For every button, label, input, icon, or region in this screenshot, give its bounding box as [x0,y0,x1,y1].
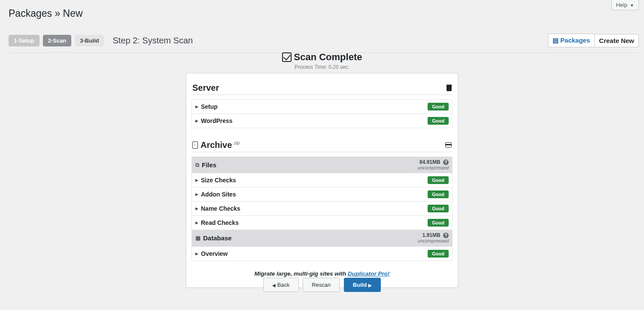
status-badge: Good [428,219,449,227]
row-setup-label: Setup [201,103,218,110]
back-button[interactable]: ◀ Back [263,278,299,292]
build-label: Build [353,282,367,288]
server-list: ▶ Setup Good ▶ WordPress Good [191,99,453,128]
promo-link[interactable]: Duplicator Pro! [348,270,390,277]
row-setup[interactable]: ▶ Setup Good [192,100,452,114]
database-meta: 1.91MB ? uncompressed [418,233,449,243]
triangle-left-icon: ◀ [272,283,276,288]
action-row: ◀ Back Rescan Build ▶ [0,278,644,292]
status-badge: Good [428,205,449,212]
packages-icon: ▤ [553,37,559,44]
database-note: uncompressed [418,238,449,243]
step-3-build[interactable]: 3-Build [75,35,104,46]
row-overview[interactable]: ▶ Overview Good [192,247,452,261]
server-icon [447,84,452,92]
copy-icon: ⧉ [195,162,199,169]
caret-right-icon: ▶ [195,221,198,225]
page-title: Packages » New [9,8,83,19]
caret-right-icon: ▶ [195,192,198,196]
row-size-checks[interactable]: ▶ Size Checks Good [192,173,452,187]
packages-label: Packages [560,37,590,44]
packages-link[interactable]: ▤Packages [548,34,594,47]
status-badge: Good [428,190,449,198]
row-wordpress-label: WordPress [201,117,233,124]
server-heading: Server [192,83,219,93]
back-label: Back [277,282,290,288]
caret-right-icon: ▶ [195,119,198,123]
files-heading: Files [202,161,216,169]
archive-file-icon [192,141,198,149]
archive-list: ⧉ Files 84.91MB ? uncompressed ▶ Size Ch… [191,157,453,261]
row-name-checks-label: Name Checks [201,205,240,212]
caret-right-icon: ▶ [195,206,198,211]
server-section-head: Server [191,80,453,95]
row-addon-sites[interactable]: ▶ Addon Sites Good [192,187,452,202]
triangle-right-icon: ▶ [368,283,372,288]
card-icon [445,142,452,149]
rescan-button[interactable]: Rescan [303,278,340,292]
database-heading: Database [203,234,232,242]
caret-right-icon: ▶ [195,178,198,182]
status-badge: Good [428,250,449,258]
step-title: Step 2: System Scan [112,36,193,46]
chevron-down-icon: ▼ [630,3,634,8]
row-read-checks-label: Read Checks [201,219,239,226]
checkbox-complete-icon [282,52,292,62]
archive-format: zip [234,140,240,145]
row-overview-label: Overview [201,250,228,257]
promo-text: Migrate large, multi-gig sites with Dupl… [191,270,453,277]
database-subhead: ▦ Database 1.91MB ? uncompressed [192,230,452,246]
process-time: Process Time: 0.20 sec. [0,64,644,70]
status-badge: Good [428,117,449,125]
caret-right-icon: ▶ [195,252,198,256]
scan-panel: Server ▶ Setup Good ▶ WordPress Good Arc… [186,73,458,288]
files-note: uncompressed [418,165,449,170]
step-1-setup[interactable]: 1-Setup [9,35,39,46]
rescan-label: Rescan [312,282,331,288]
step-2-scan[interactable]: 2-Scan [43,35,72,46]
status-badge: Good [428,176,449,184]
row-name-checks[interactable]: ▶ Name Checks Good [192,202,452,216]
help-tab[interactable]: Help ▼ [611,0,639,10]
files-size: 84.91MB [419,159,440,165]
scan-complete-title: Scan Complete [294,52,362,63]
scan-header: Scan Complete Process Time: 0.20 sec. [0,52,644,70]
status-badge: Good [428,103,449,110]
build-button[interactable]: Build ▶ [344,278,381,292]
row-read-checks[interactable]: ▶ Read Checks Good [192,216,452,230]
help-label: Help [616,2,628,8]
row-size-checks-label: Size Checks [201,177,236,184]
row-addon-sites-label: Addon Sites [201,191,236,198]
archive-heading: Archive [200,140,232,150]
help-icon[interactable]: ? [443,233,449,238]
files-subhead: ⧉ Files 84.91MB ? uncompressed [192,157,452,173]
database-size: 1.91MB [422,232,440,238]
help-icon[interactable]: ? [443,160,449,165]
archive-section-head: Archive zip [191,138,453,152]
row-wordpress[interactable]: ▶ WordPress Good [192,114,452,128]
database-table-icon: ▦ [195,235,200,241]
caret-right-icon: ▶ [195,104,198,109]
step-toolbar: 1-Setup 2-Scan 3-Build Step 2: System Sc… [9,34,639,53]
create-new-link[interactable]: Create New [594,34,639,47]
top-right-nav: ▤Packages Create New [548,34,639,47]
files-meta: 84.91MB ? uncompressed [418,160,449,170]
promo-prefix: Migrate large, multi-gig sites with [254,270,348,277]
